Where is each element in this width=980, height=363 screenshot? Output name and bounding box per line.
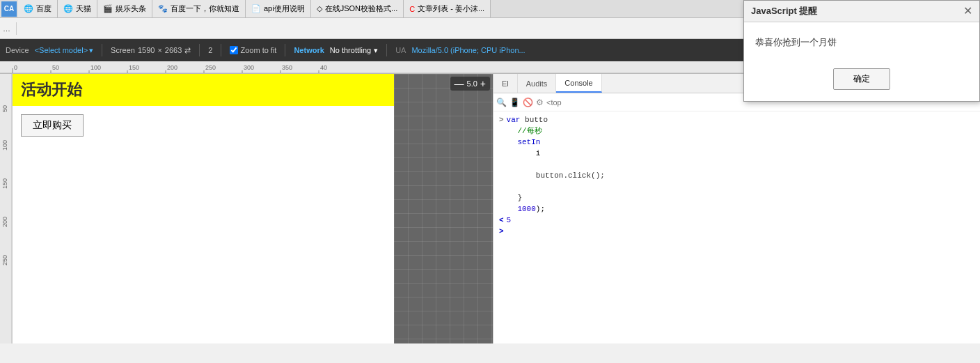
alert-ok-button[interactable]: 确定 [833, 68, 890, 90]
alert-titlebar: JavaScript 提醒 ✕ [744, 1, 979, 22]
alert-close-button[interactable]: ✕ [963, 6, 972, 17]
alert-title: JavaScript 提醒 [751, 5, 817, 17]
alert-body: 恭喜你抢到一个月饼 [744, 22, 979, 63]
alert-footer: 确定 [744, 63, 979, 101]
alert-message: 恭喜你抢到一个月饼 [755, 37, 837, 47]
alert-overlay: JavaScript 提醒 ✕ 恭喜你抢到一个月饼 确定 [0, 0, 980, 363]
js-alert-dialog: JavaScript 提醒 ✕ 恭喜你抢到一个月饼 确定 [743, 0, 980, 102]
